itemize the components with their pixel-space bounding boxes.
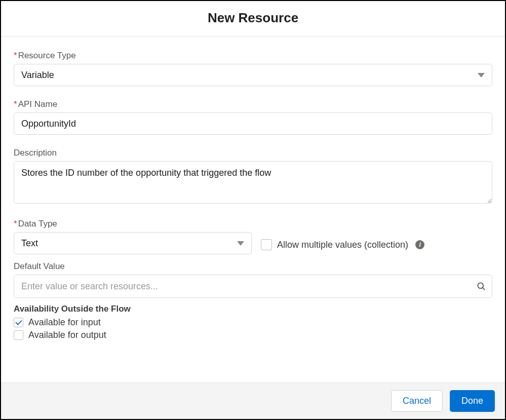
- data-type-label: *Data Type: [14, 219, 252, 229]
- new-resource-dialog: New Resource *Resource Type Variable *AP…: [0, 0, 506, 420]
- api-name-label: *API Name: [14, 99, 492, 109]
- description-label: Description: [14, 148, 492, 158]
- description-textarea[interactable]: Stores the ID number of the opportunity …: [14, 161, 492, 204]
- dialog-header: New Resource: [1, 1, 505, 36]
- required-star-icon: *: [14, 219, 17, 228]
- allow-multiple-field: Allow multiple values (collection) i: [261, 239, 424, 254]
- done-button[interactable]: Done: [450, 390, 495, 412]
- data-type-value: Text: [21, 232, 38, 254]
- allow-multiple-checkbox[interactable]: [261, 239, 272, 250]
- dialog-title: New Resource: [1, 10, 505, 26]
- default-value-input[interactable]: [14, 275, 492, 298]
- available-for-output-row: Available for output: [14, 330, 492, 340]
- required-star-icon: *: [14, 99, 17, 109]
- data-type-row: *Data Type Text Allow multiple values (c…: [14, 219, 492, 254]
- data-type-label-text: Data Type: [18, 219, 57, 228]
- resource-type-value: Variable: [21, 64, 54, 86]
- data-type-select[interactable]: Text: [14, 232, 252, 254]
- resource-type-label: *Resource Type: [14, 51, 492, 61]
- allow-multiple-label[interactable]: Allow multiple values (collection): [277, 240, 408, 250]
- availability-section-title: Availability Outside the Flow: [14, 304, 492, 314]
- api-name-label-text: API Name: [18, 99, 57, 109]
- resource-type-field: *Resource Type Variable: [14, 51, 492, 86]
- api-name-input[interactable]: [14, 112, 492, 135]
- dialog-body: *Resource Type Variable *API Name Descri…: [1, 36, 505, 383]
- info-icon[interactable]: i: [415, 240, 424, 249]
- required-star-icon: *: [14, 51, 17, 60]
- default-value-label: Default Value: [14, 261, 492, 272]
- resource-type-label-text: Resource Type: [18, 51, 76, 60]
- api-name-field: *API Name: [14, 99, 492, 135]
- description-field: Description Stores the ID number of the …: [14, 148, 492, 206]
- default-value-field: Default Value: [14, 261, 492, 298]
- chevron-down-icon: [237, 241, 244, 246]
- resource-type-select[interactable]: Variable: [14, 64, 492, 86]
- cancel-button[interactable]: Cancel: [391, 390, 443, 412]
- available-for-input-checkbox[interactable]: [14, 318, 23, 327]
- data-type-field: *Data Type Text: [14, 219, 252, 254]
- available-for-input-label[interactable]: Available for input: [28, 317, 101, 328]
- available-for-input-row: Available for input: [14, 317, 492, 328]
- chevron-down-icon: [478, 73, 485, 78]
- dialog-footer: Cancel Done: [1, 383, 505, 419]
- available-for-output-label[interactable]: Available for output: [28, 330, 106, 340]
- available-for-output-checkbox[interactable]: [14, 330, 23, 340]
